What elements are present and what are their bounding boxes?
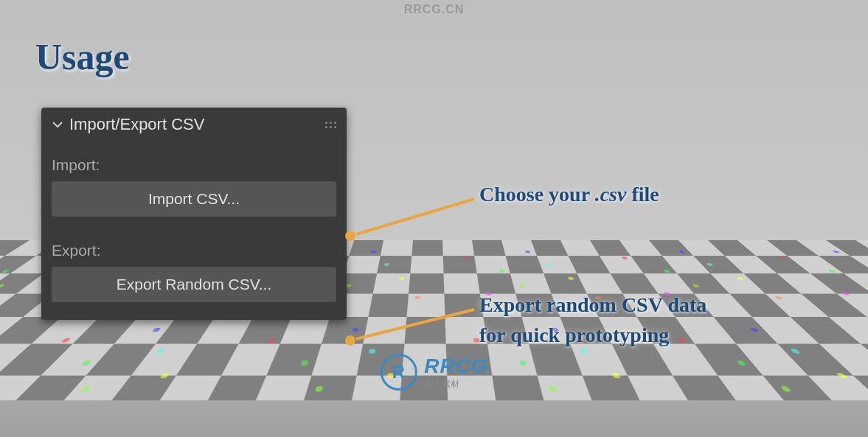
- logo-text: RRCG 人人素材: [424, 354, 487, 391]
- logo-icon: R: [380, 354, 417, 391]
- chevron-down-icon: [52, 119, 63, 130]
- annotation-choose-file: Choose your .csv file: [479, 183, 659, 206]
- import-csv-button[interactable]: Import CSV...: [52, 181, 336, 217]
- panel-title: Import/Export CSV: [69, 115, 204, 134]
- export-label: Export:: [52, 233, 336, 267]
- drag-handle-icon[interactable]: [325, 122, 336, 128]
- annotation-text-post: file: [626, 183, 659, 206]
- watermark-top: RRCG.CN: [404, 3, 465, 16]
- export-section: Export: Export Random CSV...: [41, 227, 347, 320]
- svg-point-3: [345, 335, 355, 346]
- annotation-line1: Export random CSV data: [479, 290, 706, 321]
- annotation-export-random: Export random CSV data for quick prototy…: [479, 290, 706, 350]
- export-random-csv-button[interactable]: Export Random CSV...: [52, 267, 336, 302]
- csv-panel: Import/Export CSV Import: Import CSV... …: [41, 108, 347, 320]
- import-label: Import:: [52, 147, 336, 181]
- logo-sub: 人人素材: [424, 378, 487, 391]
- watermark-logo: R RRCG 人人素材: [380, 354, 487, 391]
- svg-line-2: [356, 310, 474, 339]
- annotation-line2: for quick prototyping: [479, 321, 706, 351]
- logo-main: RRCG: [424, 354, 487, 378]
- panel-header[interactable]: Import/Export CSV: [41, 108, 347, 141]
- page-title: Usage: [35, 35, 130, 78]
- arrow-to-import: [341, 192, 482, 243]
- annotation-em: .csv: [595, 183, 627, 206]
- svg-point-1: [345, 231, 355, 241]
- arrow-to-export: [341, 302, 482, 346]
- annotation-text: Choose your: [479, 183, 595, 206]
- import-section: Import: Import CSV...: [41, 141, 347, 227]
- svg-line-0: [356, 199, 474, 234]
